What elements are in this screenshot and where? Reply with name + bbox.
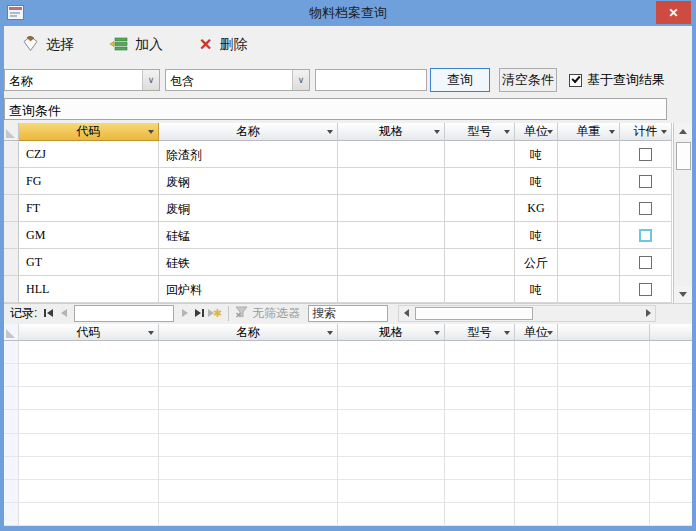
operator-combobox[interactable]: 包含 ∨ (165, 69, 310, 91)
cell-code[interactable]: FG (19, 168, 159, 195)
header-code[interactable]: 代码 (19, 324, 159, 341)
cell-spec[interactable] (338, 168, 445, 195)
chevron-down-icon[interactable]: ∨ (142, 70, 159, 90)
cell-weight[interactable] (558, 141, 620, 168)
close-button[interactable]: ✕ (656, 1, 691, 24)
cell-name[interactable]: 回炉料 (159, 276, 338, 303)
header-name[interactable]: 名称 (159, 123, 338, 141)
chevron-down-icon[interactable]: ∨ (292, 70, 309, 90)
cell-unit[interactable]: 吨 (515, 276, 558, 303)
record-number-input[interactable] (74, 305, 174, 322)
query-button[interactable]: 查询 (430, 68, 490, 92)
row-selector[interactable] (4, 480, 19, 503)
column-dropdown-icon[interactable] (434, 130, 440, 134)
cell-spec[interactable] (338, 249, 445, 276)
header-unit[interactable]: 单位 (515, 123, 558, 141)
scroll-up-button[interactable] (674, 123, 692, 140)
clear-conditions-button[interactable]: 清空条件 (499, 68, 557, 92)
search-input[interactable] (308, 305, 388, 322)
row-selector[interactable] (4, 434, 19, 457)
row-selector[interactable] (4, 457, 19, 480)
cell-spec[interactable] (338, 222, 445, 249)
vertical-scrollbar[interactable] (673, 123, 692, 303)
column-dropdown-icon[interactable] (609, 130, 615, 134)
scroll-right-button[interactable] (641, 306, 655, 321)
cell-unit[interactable]: 吨 (515, 168, 558, 195)
header-name[interactable]: 名称 (159, 324, 338, 341)
cell-weight[interactable] (558, 168, 620, 195)
row-selector[interactable] (4, 276, 19, 303)
scroll-left-button[interactable] (399, 306, 413, 321)
row-selector[interactable] (4, 168, 19, 195)
cell-code[interactable]: GM (19, 222, 159, 249)
cell-name[interactable]: 除渣剂 (159, 141, 338, 168)
window-form-icon[interactable] (7, 5, 24, 20)
column-dropdown-icon[interactable] (547, 130, 553, 134)
cell-model[interactable] (445, 141, 515, 168)
piece-checkbox[interactable] (639, 202, 652, 215)
header-spec[interactable]: 规格 (338, 123, 445, 141)
cell-name[interactable]: 废铜 (159, 195, 338, 222)
keyword-input[interactable] (315, 69, 427, 91)
row-selector[interactable] (4, 195, 19, 222)
select-all-corner[interactable] (4, 324, 19, 341)
cell-model[interactable] (445, 249, 515, 276)
header-piece[interactable]: 计件 (620, 123, 672, 141)
cell-code[interactable]: CZJ (19, 141, 159, 168)
column-dropdown-icon[interactable] (148, 331, 154, 335)
cell-model[interactable] (445, 168, 515, 195)
row-selector[interactable] (4, 410, 19, 433)
cell-name[interactable]: 废钢 (159, 168, 338, 195)
column-dropdown-icon[interactable] (327, 130, 333, 134)
add-button[interactable]: 加入 (110, 36, 163, 54)
field-combobox[interactable]: 名称 ∨ (4, 69, 160, 91)
scrollbar-thumb[interactable] (676, 142, 691, 170)
row-selector[interactable] (4, 341, 19, 364)
header-unit[interactable]: 单位 (515, 324, 558, 341)
row-selector[interactable] (4, 387, 19, 410)
cell-code[interactable]: HLL (19, 276, 159, 303)
piece-checkbox[interactable] (639, 175, 652, 188)
select-all-corner[interactable] (4, 123, 19, 141)
column-dropdown-icon[interactable] (547, 331, 553, 335)
row-selector[interactable] (4, 222, 19, 249)
header-weight[interactable]: 单重 (558, 123, 620, 141)
column-dropdown-icon[interactable] (504, 331, 510, 335)
row-selector[interactable] (4, 249, 19, 276)
cell-spec[interactable] (338, 276, 445, 303)
cell-code[interactable]: FT (19, 195, 159, 222)
piece-checkbox[interactable] (639, 256, 652, 269)
column-dropdown-icon[interactable] (434, 331, 440, 335)
row-selector[interactable] (4, 141, 19, 168)
cell-unit[interactable]: KG (515, 195, 558, 222)
cell-model[interactable] (445, 222, 515, 249)
horizontal-scrollbar[interactable] (398, 305, 656, 322)
piece-checkbox-focused[interactable] (639, 229, 652, 242)
query-result-checkbox[interactable] (569, 74, 582, 87)
column-dropdown-icon[interactable] (327, 331, 333, 335)
cell-unit[interactable]: 吨 (515, 141, 558, 168)
cell-unit[interactable]: 吨 (515, 222, 558, 249)
delete-button[interactable]: ✕ 删除 (199, 36, 247, 54)
cell-model[interactable] (445, 195, 515, 222)
column-dropdown-icon[interactable] (504, 130, 510, 134)
cell-weight[interactable] (558, 195, 620, 222)
header-model[interactable]: 型号 (445, 324, 515, 341)
cell-code[interactable]: GT (19, 249, 159, 276)
piece-checkbox[interactable] (639, 283, 652, 296)
scrollbar-thumb[interactable] (415, 307, 533, 320)
header-model[interactable]: 型号 (445, 123, 515, 141)
piece-checkbox[interactable] (639, 148, 652, 161)
column-dropdown-icon[interactable] (148, 130, 154, 134)
row-selector[interactable] (4, 503, 19, 526)
last-record-button[interactable] (192, 306, 207, 321)
cell-name[interactable]: 硅铁 (159, 249, 338, 276)
cell-name[interactable]: 硅锰 (159, 222, 338, 249)
scroll-down-button[interactable] (674, 286, 692, 303)
row-selector[interactable] (4, 364, 19, 387)
header-code[interactable]: 代码 (19, 123, 159, 141)
first-record-button[interactable] (41, 306, 56, 321)
column-dropdown-icon[interactable] (661, 130, 667, 134)
cell-spec[interactable] (338, 195, 445, 222)
select-button[interactable]: 选择 (22, 35, 74, 55)
